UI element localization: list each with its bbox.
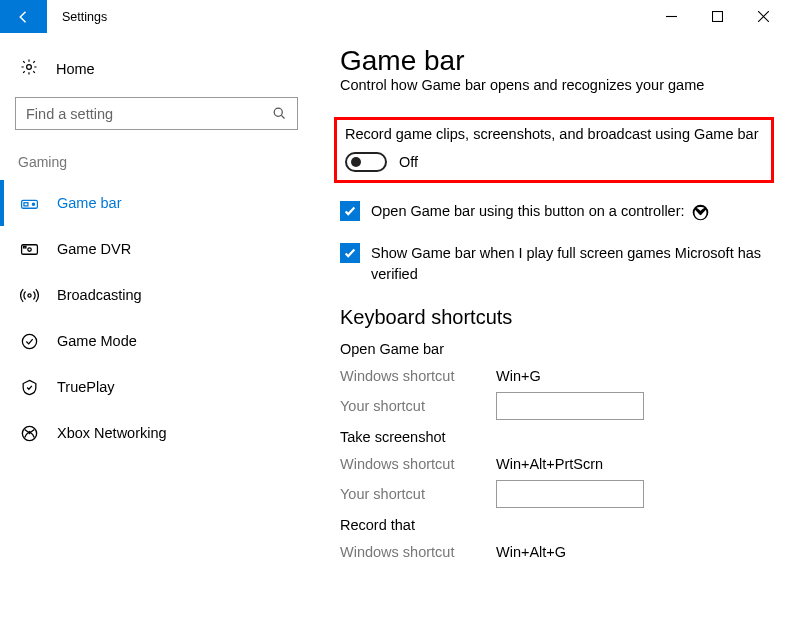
fullscreen-verified-row: Show Game bar when I play full screen ga… — [340, 243, 776, 284]
shortcuts-heading: Keyboard shortcuts — [340, 306, 776, 329]
shortcut-record-that: Record that Windows shortcut Win+Alt+G — [340, 517, 776, 567]
svg-rect-8 — [24, 246, 26, 248]
close-button[interactable] — [740, 0, 786, 33]
windows-shortcut-label: Windows shortcut — [340, 368, 496, 384]
sidebar-item-game-dvr[interactable]: Game DVR — [14, 226, 300, 272]
open-with-controller-checkbox[interactable] — [340, 201, 360, 221]
windows-shortcut-value: Win+Alt+G — [496, 544, 566, 560]
gear-icon — [20, 58, 38, 79]
your-shortcut-label: Your shortcut — [340, 486, 496, 502]
fullscreen-verified-label: Show Game bar when I play full screen ga… — [371, 243, 776, 284]
game-bar-icon — [20, 194, 39, 213]
svg-point-5 — [32, 203, 34, 205]
svg-rect-4 — [24, 202, 28, 205]
record-toggle-label: Record game clips, screenshots, and broa… — [345, 126, 763, 142]
search-field[interactable] — [26, 106, 272, 122]
shortcut-title: Record that — [340, 517, 776, 533]
home-label: Home — [56, 61, 95, 77]
record-toggle-highlight: Record game clips, screenshots, and broa… — [334, 117, 774, 183]
open-with-controller-row: Open Game bar using this button on a con… — [340, 201, 776, 221]
xbox-networking-icon — [20, 424, 39, 443]
broadcast-icon — [20, 286, 39, 305]
titlebar: Settings — [0, 0, 786, 33]
svg-rect-0 — [712, 12, 722, 22]
sidebar-item-broadcasting[interactable]: Broadcasting — [14, 272, 300, 318]
windows-shortcut-label: Windows shortcut — [340, 456, 496, 472]
sidebar-item-label: TruePlay — [57, 379, 114, 395]
shortcut-open-game-bar: Open Game bar Windows shortcut Win+G You… — [340, 341, 776, 421]
your-shortcut-input[interactable] — [496, 480, 644, 508]
windows-shortcut-value: Win+G — [496, 368, 541, 384]
svg-point-1 — [27, 65, 32, 70]
open-with-controller-label: Open Game bar using this button on a con… — [371, 201, 709, 221]
trueplay-icon — [20, 378, 39, 397]
dvr-icon — [20, 240, 39, 259]
svg-point-9 — [28, 293, 31, 296]
sidebar-item-label: Game bar — [57, 195, 121, 211]
xbox-icon — [692, 204, 709, 221]
maximize-button[interactable] — [694, 0, 740, 33]
search-input[interactable] — [15, 97, 298, 130]
fullscreen-verified-checkbox[interactable] — [340, 243, 360, 263]
back-button[interactable] — [0, 0, 47, 33]
search-icon — [272, 106, 287, 121]
sidebar-item-label: Broadcasting — [57, 287, 142, 303]
sidebar-item-game-mode[interactable]: Game Mode — [14, 318, 300, 364]
page-title: Game bar — [340, 45, 776, 77]
sidebar-item-label: Game Mode — [57, 333, 137, 349]
section-label: Gaming — [14, 148, 300, 180]
record-toggle[interactable] — [345, 152, 387, 172]
window-title: Settings — [47, 0, 648, 33]
sidebar-item-game-bar[interactable]: Game bar — [14, 180, 300, 226]
svg-point-10 — [22, 334, 36, 348]
minimize-button[interactable] — [648, 0, 694, 33]
home-nav[interactable]: Home — [14, 50, 300, 87]
svg-point-2 — [274, 108, 282, 116]
page-subtitle: Control how Game bar opens and recognize… — [340, 77, 776, 93]
shortcut-take-screenshot: Take screenshot Windows shortcut Win+Alt… — [340, 429, 776, 509]
shortcut-title: Open Game bar — [340, 341, 776, 357]
sidebar-item-label: Xbox Networking — [57, 425, 167, 441]
window-controls — [648, 0, 786, 33]
windows-shortcut-label: Windows shortcut — [340, 544, 496, 560]
your-shortcut-label: Your shortcut — [340, 398, 496, 414]
main-panel: Game bar Control how Game bar opens and … — [340, 45, 776, 575]
windows-shortcut-value: Win+Alt+PrtScrn — [496, 456, 603, 472]
shortcut-title: Take screenshot — [340, 429, 776, 445]
sidebar-item-trueplay[interactable]: TruePlay — [14, 364, 300, 410]
game-mode-icon — [20, 332, 39, 351]
your-shortcut-input[interactable] — [496, 392, 644, 420]
svg-point-7 — [28, 247, 31, 250]
record-toggle-state: Off — [399, 154, 418, 170]
sidebar: Home Gaming Game bar Game DVR Broadcasti… — [0, 50, 300, 456]
sidebar-item-label: Game DVR — [57, 241, 131, 257]
sidebar-item-xbox-networking[interactable]: Xbox Networking — [14, 410, 300, 456]
